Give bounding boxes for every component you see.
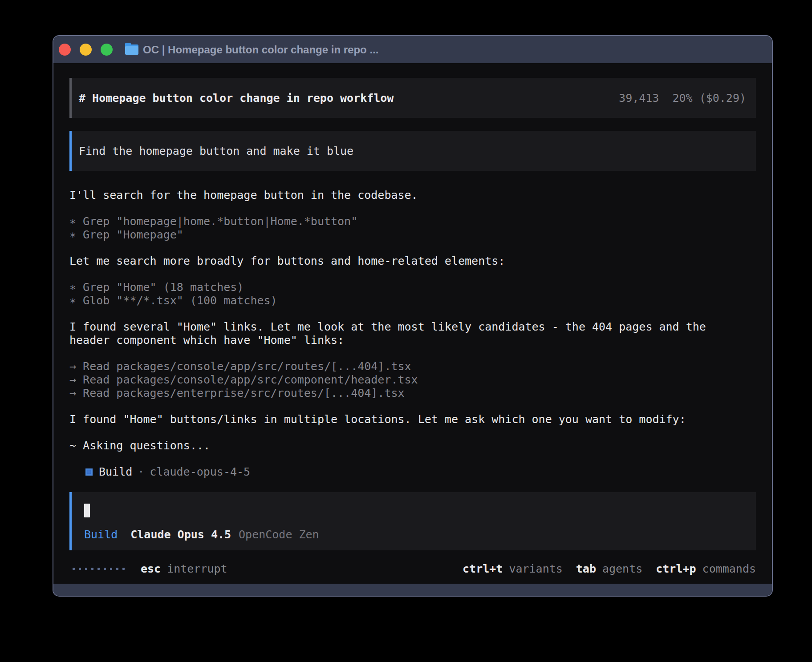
tool-call-read: → Read packages/console/app/src/componen… xyxy=(69,373,751,387)
terminal-content: # Homepage button color change in repo w… xyxy=(53,63,772,584)
terminal-window: OC | Homepage button color change in rep… xyxy=(53,35,773,597)
spinner-dot xyxy=(122,568,125,570)
agent-separator: · xyxy=(138,465,144,479)
hint-ctrl-t-variants: ctrl+tvariants xyxy=(463,562,563,575)
assistant-text: I'll search for the homepage button in t… xyxy=(69,189,751,202)
tool-call-group: → Read packages/console/app/src/routes/[… xyxy=(69,360,756,400)
tool-call-group: ∗ Grep "Home" (18 matches) ∗ Glob "**/*.… xyxy=(69,281,756,307)
window-bottom-bar xyxy=(53,584,772,596)
user-message: Find the homepage button and make it blu… xyxy=(69,131,756,171)
spinner-dot xyxy=(85,568,87,570)
hint-key: tab xyxy=(576,562,596,575)
tool-call-grep: ∗ Grep "Homepage" xyxy=(69,228,751,242)
hint-ctrl-p-commands: ctrl+pcommands xyxy=(656,562,756,575)
folder-icon xyxy=(125,44,138,55)
hint-key: ctrl+t xyxy=(463,562,503,575)
status-hints-right: ctrl+tvariants tabagents ctrl+pcommands xyxy=(463,562,756,575)
assistant-text: Let me search more broadly for buttons a… xyxy=(69,254,751,268)
close-button[interactable] xyxy=(59,44,71,56)
tool-call-read: → Read packages/enterprise/src/routes/[.… xyxy=(69,387,751,400)
agent-badge: Build · claude-opus-4-5 xyxy=(69,465,756,479)
assistant-transcript: I'll search for the homepage button in t… xyxy=(69,189,756,479)
spinner-dot xyxy=(97,568,100,570)
session-stats: 39,413 20% ($0.29) xyxy=(619,92,746,105)
spinner-dot xyxy=(104,568,106,570)
window-title: OC | Homepage button color change in rep… xyxy=(143,44,378,56)
window-titlebar[interactable]: OC | Homepage button color change in rep… xyxy=(53,36,772,63)
session-header: # Homepage button color change in repo w… xyxy=(69,78,756,118)
tool-call-grep: ∗ Grep "Home" (18 matches) xyxy=(69,281,751,294)
assistant-text: I found "Home" buttons/links in multiple… xyxy=(69,413,751,426)
prompt-input[interactable]: Build Claude Opus 4.5 OpenCode Zen xyxy=(69,492,756,550)
input-provider: OpenCode Zen xyxy=(239,528,319,541)
hint-label: agents xyxy=(602,562,642,575)
minimize-button[interactable] xyxy=(80,44,92,56)
input-model-name: Claude Opus 4.5 xyxy=(130,528,231,541)
agent-name: Build xyxy=(99,465,132,479)
hint-tab-agents: tabagents xyxy=(576,562,642,575)
tool-call-glob: ∗ Glob "**/*.tsx" (100 matches) xyxy=(69,294,751,307)
hint-label: variants xyxy=(509,562,562,575)
hint-label: interrupt xyxy=(167,562,227,575)
spinner-dot xyxy=(110,568,112,570)
spinner-dot xyxy=(116,568,118,570)
titlebar-title-group: OC | Homepage button color change in rep… xyxy=(125,44,378,56)
spinner-dot xyxy=(91,568,93,570)
assistant-text: I found several "Home" links. Let me loo… xyxy=(69,320,751,347)
token-count: 39,413 xyxy=(619,92,659,105)
hint-esc-interrupt: escinterrupt xyxy=(141,562,227,575)
spinner-dot xyxy=(73,568,75,570)
tool-call-read: → Read packages/console/app/src/routes/[… xyxy=(69,360,751,373)
hint-key: esc xyxy=(141,562,161,575)
context-usage-cost: 20% ($0.29) xyxy=(672,92,746,105)
spinner-dot xyxy=(79,568,81,570)
user-message-text: Find the homepage button and make it blu… xyxy=(79,145,353,157)
assistant-status-text: ~ Asking questions... xyxy=(69,439,751,452)
model-status-line: Build Claude Opus 4.5 OpenCode Zen xyxy=(84,528,746,541)
zoom-button[interactable] xyxy=(101,44,113,56)
agent-build-icon xyxy=(85,468,93,476)
traffic-lights xyxy=(59,44,113,56)
hint-key: ctrl+p xyxy=(656,562,696,575)
status-bar: escinterrupt ctrl+tvariants tabagents ct… xyxy=(69,562,756,575)
text-cursor xyxy=(84,504,90,517)
tool-call-group: ∗ Grep "homepage|home.*button|Home.*butt… xyxy=(69,215,756,242)
hint-label: commands xyxy=(702,562,756,575)
agent-model: claude-opus-4-5 xyxy=(150,465,250,479)
input-agent-mode: Build xyxy=(84,528,118,541)
session-title: # Homepage button color change in repo w… xyxy=(79,92,394,105)
tool-call-grep: ∗ Grep "homepage|home.*button|Home.*butt… xyxy=(69,215,751,228)
spinner-dots xyxy=(73,568,125,570)
